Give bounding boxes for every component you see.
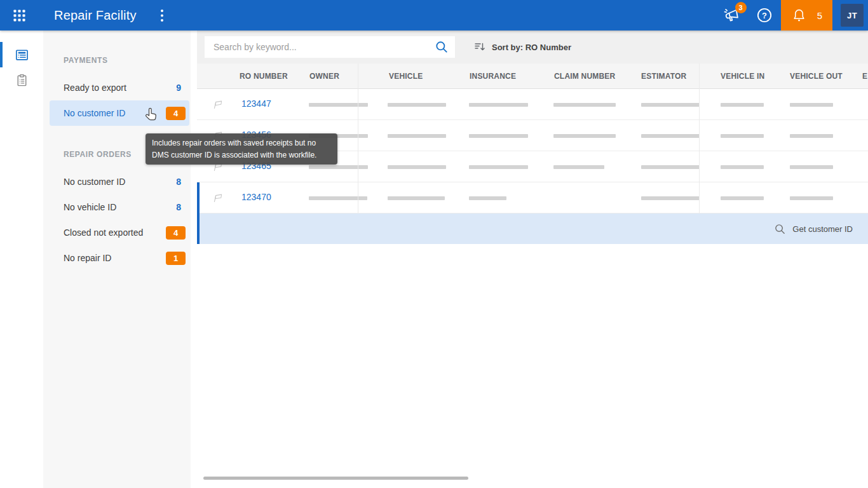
- placeholder-bar-vehicle-out: [790, 134, 833, 138]
- placeholder-bar-owner: [309, 103, 368, 107]
- icon-rail: [0, 30, 43, 488]
- placeholder-bar-insurance: [469, 103, 528, 107]
- column-header-vehicle: VEHICLE: [389, 72, 423, 81]
- sort-label: Sort by: RO Number: [492, 43, 571, 52]
- selected-row-indicator: [197, 182, 200, 244]
- placeholder-bar-estimator: [641, 103, 700, 107]
- item-badge: 4: [166, 226, 186, 240]
- sidebar-item-label: No vehicle ID: [64, 202, 116, 212]
- column-header-truncated: E: [862, 72, 867, 81]
- main-content: Sort by: RO Number RO NUMBER OWNER VEHIC…: [191, 30, 868, 488]
- search-icon[interactable]: [435, 40, 449, 57]
- app-grid-button[interactable]: [0, 0, 38, 30]
- placeholder-bar-vehicle-out: [790, 196, 833, 200]
- notifications-count: 5: [817, 10, 822, 21]
- user-avatar[interactable]: JT: [841, 4, 864, 27]
- rail-item-clipboard[interactable]: [0, 67, 43, 93]
- clipboard-icon: [15, 73, 29, 88]
- table-row[interactable]: 123470: [197, 182, 868, 214]
- row-action-panel: Get customer ID: [197, 214, 868, 244]
- overflow-menu-button[interactable]: [151, 0, 173, 30]
- column-header-insurance: INSURANCE: [470, 72, 516, 81]
- announcements-button[interactable]: 3: [715, 0, 748, 30]
- sidebar-item-label: No customer ID: [64, 177, 125, 187]
- item-count: 8: [176, 202, 181, 212]
- placeholder-bar-estimator: [641, 165, 700, 169]
- help-button[interactable]: ?: [748, 0, 781, 30]
- ro-number-link[interactable]: 123447: [241, 98, 271, 109]
- placeholder-bar-vehicle-in: [721, 103, 764, 107]
- sort-control[interactable]: Sort by: RO Number: [474, 30, 571, 64]
- horizontal-scrollbar-thumb[interactable]: [203, 477, 468, 480]
- tooltip: Includes repair orders with saved receip…: [146, 133, 337, 165]
- placeholder-bar-insurance: [469, 196, 506, 200]
- placeholder-bar-vehicle-in: [721, 165, 764, 169]
- ro-number-link[interactable]: 123470: [241, 192, 271, 202]
- placeholder-bar-vehicle-out: [790, 103, 833, 107]
- placeholder-bar-vehicle-out: [790, 165, 833, 169]
- toolbar: Sort by: RO Number: [197, 30, 868, 64]
- help-icon: ?: [756, 6, 773, 24]
- table-row[interactable]: 123447: [197, 89, 868, 120]
- app-bar: Repair Facility 3 ? 5: [0, 0, 868, 30]
- item-badge: 1: [166, 252, 186, 265]
- flag-icon[interactable]: [212, 192, 224, 207]
- sort-icon: [474, 41, 485, 53]
- placeholder-bar-vehicle: [388, 134, 446, 138]
- flag-icon[interactable]: [212, 98, 224, 113]
- column-header-estimator: ESTIMATOR: [641, 72, 686, 81]
- sidebar-item-no-customer-id-ro[interactable]: No customer ID 8: [50, 169, 189, 194]
- placeholder-bar-owner: [309, 165, 368, 169]
- page-title: Repair Facility: [54, 8, 137, 23]
- column-header-owner: OWNER: [309, 72, 339, 81]
- column-header-claim-number: CLAIM NUMBER: [554, 72, 615, 81]
- rail-item-list-view[interactable]: [0, 42, 43, 67]
- item-count: 9: [176, 83, 181, 93]
- sidebar-item-label: Ready to export: [64, 83, 126, 93]
- list-view-icon: [14, 47, 30, 63]
- placeholder-bar-insurance: [469, 165, 528, 169]
- placeholder-bar-vehicle: [388, 165, 446, 169]
- sidebar-section-repair-orders: REPAIR ORDERS: [64, 150, 132, 159]
- placeholder-bar-estimator: [641, 134, 700, 138]
- placeholder-bar-vehicle-in: [721, 134, 764, 138]
- sidebar-item-no-repair-id[interactable]: No repair ID 1: [50, 245, 189, 271]
- announcements-badge: 3: [735, 2, 747, 13]
- sidebar: PAYMENTS Ready to export 9 No customer I…: [43, 30, 191, 488]
- search-customer-icon: [774, 223, 786, 235]
- sidebar-item-label: Closed not exported: [64, 227, 143, 238]
- placeholder-bar-claim-number: [553, 165, 604, 169]
- placeholder-bar-claim-number: [553, 103, 616, 107]
- sidebar-item-no-vehicle-id[interactable]: No vehicle ID 8: [50, 194, 189, 220]
- placeholder-bar-insurance: [469, 134, 528, 138]
- item-count: 8: [176, 177, 181, 187]
- sidebar-item-closed-not-exported[interactable]: Closed not exported 4: [50, 220, 189, 245]
- placeholder-bar-estimator: [641, 196, 700, 200]
- table-header: RO NUMBER OWNER VEHICLE INSURANCE CLAIM …: [197, 64, 868, 89]
- sidebar-item-label: No customer ID: [64, 108, 125, 118]
- bell-icon: [791, 8, 807, 24]
- sidebar-item-no-customer-id-payments[interactable]: No customer ID 4: [50, 100, 189, 126]
- svg-text:?: ?: [762, 11, 767, 20]
- sidebar-section-payments: PAYMENTS: [64, 56, 107, 65]
- placeholder-bar-vehicle-in: [721, 196, 764, 200]
- search-input[interactable]: [205, 36, 455, 58]
- get-customer-id-button[interactable]: Get customer ID: [774, 214, 853, 244]
- placeholder-bar-vehicle: [388, 103, 446, 107]
- item-badge: 4: [166, 107, 186, 120]
- column-header-ro-number: RO NUMBER: [240, 72, 288, 81]
- placeholder-bar-claim-number: [553, 134, 616, 138]
- notifications-button[interactable]: 5: [781, 0, 832, 30]
- apps-grid-icon: [13, 10, 25, 22]
- sidebar-item-ready-to-export[interactable]: Ready to export 9: [50, 75, 189, 100]
- column-header-vehicle-out: VEHICLE OUT: [790, 72, 843, 81]
- search-box: [205, 36, 455, 58]
- kebab-menu-icon: [161, 10, 163, 22]
- column-header-vehicle-in: VEHICLE IN: [721, 72, 764, 81]
- get-customer-id-label: Get customer ID: [792, 224, 853, 234]
- placeholder-bar-vehicle: [388, 196, 445, 200]
- placeholder-bar-owner: [309, 196, 367, 200]
- sidebar-item-label: No repair ID: [64, 253, 111, 263]
